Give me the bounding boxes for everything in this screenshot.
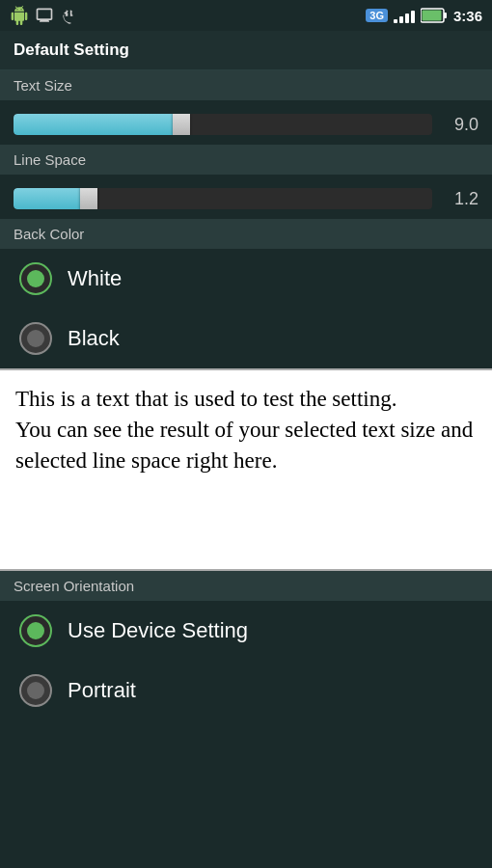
text-size-slider-fill: [14, 114, 181, 135]
title-bar: Default Setting: [0, 31, 492, 70]
radio-label-black: Black: [68, 326, 120, 351]
battery-icon: [421, 8, 448, 23]
back-color-header: Back Color: [0, 219, 492, 249]
radio-inner-white: [27, 270, 44, 287]
signal-bar-1: [394, 19, 397, 23]
monitor-icon: [35, 6, 54, 25]
line-space-slider-track[interactable]: [14, 188, 432, 209]
radio-label-white: White: [68, 266, 122, 291]
line-space-value: 1.2: [444, 189, 478, 209]
status-icons-left: [10, 6, 79, 25]
screen-orientation-header: Screen Orientation: [0, 571, 492, 601]
radio-inner-black: [27, 330, 44, 347]
clock: 3:36: [453, 8, 482, 24]
radio-circle-white: [19, 262, 52, 295]
signal-bar-3: [405, 14, 409, 23]
svg-rect-1: [444, 13, 447, 18]
network-badge: 3G: [366, 9, 388, 22]
radio-option-white[interactable]: White: [0, 249, 492, 309]
radio-option-device-setting[interactable]: Use Device Setting: [0, 601, 492, 661]
radio-option-black[interactable]: Black: [0, 309, 492, 368]
status-bar: 3G 3:36: [0, 0, 492, 31]
radio-option-portrait[interactable]: Portrait: [0, 661, 492, 720]
line-space-header: Line Space: [0, 145, 492, 175]
text-size-slider-container: 9.0: [0, 100, 492, 145]
back-color-label: Back Color: [14, 226, 84, 242]
status-icons-right: 3G 3:36: [366, 8, 482, 24]
radio-label-portrait: Portrait: [68, 678, 136, 703]
signal-bar-4: [411, 11, 415, 23]
radio-inner-device-setting: [27, 622, 44, 639]
line-space-slider-fill: [14, 188, 89, 209]
radio-circle-black: [19, 322, 52, 355]
signal-bar-2: [399, 16, 403, 23]
usb-icon: [60, 6, 79, 25]
signal-bars: [394, 8, 415, 23]
svg-rect-2: [422, 11, 441, 21]
text-size-header: Text Size: [0, 70, 492, 100]
radio-circle-portrait: [19, 674, 52, 707]
line-space-slider-thumb[interactable]: [80, 188, 97, 209]
preview-area: This is a text that is used to test the …: [0, 368, 492, 571]
text-size-label: Text Size: [14, 77, 72, 94]
radio-inner-portrait: [27, 682, 44, 699]
line-space-slider-container: 1.2: [0, 175, 492, 219]
text-size-slider-thumb[interactable]: [173, 114, 190, 135]
screen-orientation-label: Screen Orientation: [14, 578, 134, 594]
text-size-slider-track[interactable]: [14, 114, 432, 135]
android-icon: [10, 6, 29, 25]
preview-text: This is a text that is used to test the …: [15, 384, 477, 477]
text-size-value: 9.0: [444, 115, 478, 135]
radio-circle-device-setting: [19, 614, 52, 647]
page-title: Default Setting: [14, 41, 129, 59]
line-space-label: Line Space: [14, 151, 86, 168]
radio-label-device-setting: Use Device Setting: [68, 618, 248, 643]
